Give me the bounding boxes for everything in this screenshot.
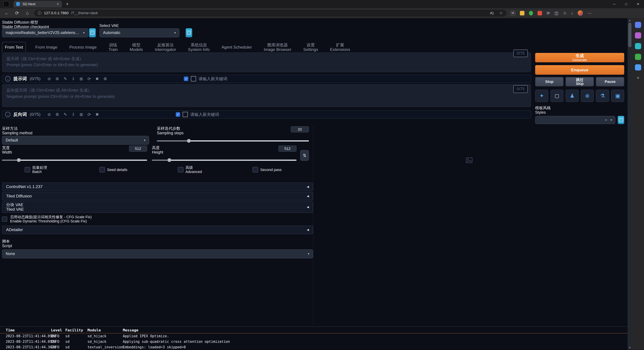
tab-from-text[interactable]: From Text <box>2 42 26 53</box>
pause-button[interactable]: Pause <box>596 77 624 86</box>
sidebar-app-5-icon[interactable] <box>635 64 641 70</box>
extension-yellow-icon[interactable] <box>520 11 524 15</box>
refresh-vae-button[interactable] <box>186 28 192 37</box>
prompt-input[interactable]: 提示词（按 Ctrl+Enter 或 Alt+Enter 生成） Prompt … <box>2 52 531 72</box>
frame-icon[interactable]: ▢ <box>550 90 564 102</box>
back-icon[interactable]: ← <box>2 10 12 16</box>
swap-dimensions-button[interactable]: ⇅ <box>300 150 309 161</box>
gear-icon[interactable]: ⚙ <box>55 76 59 81</box>
checkbox-icon[interactable] <box>25 167 30 173</box>
checkbox-icon[interactable] <box>178 167 183 173</box>
more-menu-icon[interactable]: ⋯ <box>588 11 592 15</box>
checkbox-icon[interactable] <box>252 167 258 173</box>
slider-handle[interactable] <box>187 139 191 143</box>
refresh-checkpoint-button[interactable] <box>89 28 96 37</box>
clear-icon[interactable]: × <box>605 118 607 122</box>
tab-extensions[interactable]: 扩展Extensions <box>328 42 352 53</box>
page-scrollbar[interactable]: ▲ ▼ <box>628 18 632 350</box>
favorites-bar-icon[interactable]: ☆ <box>563 11 566 15</box>
sync-icon[interactable]: ⟳ <box>546 11 550 15</box>
tab-from-image[interactable]: From Image <box>33 42 60 53</box>
width-slider[interactable] <box>2 160 147 161</box>
vae-select[interactable]: Automatic ▾ <box>100 28 180 37</box>
tab-close-icon[interactable]: × <box>57 2 59 6</box>
height-slider[interactable] <box>152 160 296 161</box>
tab-agent-scheduler[interactable]: Agent Scheduler <box>219 42 254 53</box>
tab-image-browser[interactable]: 图库浏览器Image Browser <box>261 42 294 53</box>
refresh-icon[interactable]: ⟳ <box>88 112 91 117</box>
accordion-controlnet[interactable]: ControlNet v1.1.237 ◀ <box>2 182 313 191</box>
clear-icon[interactable]: ✖ <box>96 112 99 117</box>
accordion-tiled-diffusion[interactable]: Tiled Diffusion ◀ <box>2 192 313 200</box>
extension-red-icon[interactable] <box>538 11 542 15</box>
generate-button[interactable]: 生成 Generate <box>535 53 624 62</box>
split-screen-icon[interactable]: ◫ <box>554 11 558 15</box>
edit-icon[interactable]: ✎ <box>64 112 67 117</box>
enqueue-button[interactable]: Enqueue <box>535 65 624 75</box>
scroll-down-icon[interactable]: ▼ <box>628 346 632 349</box>
maximize-icon[interactable]: □ <box>620 0 632 8</box>
sampling-steps-value[interactable]: 20 <box>291 126 309 133</box>
accordion-tiled-vae[interactable]: 分块 VAETiled VAE ◀ <box>2 201 313 213</box>
clear-icon[interactable]: ✖ <box>96 76 99 81</box>
close-icon[interactable]: ✕ <box>632 0 644 8</box>
slider-handle[interactable] <box>17 158 21 162</box>
adblock-shield-icon[interactable] <box>529 11 533 15</box>
keyword-box-icon[interactable] <box>183 112 188 117</box>
keyword-checkbox[interactable]: ✓ <box>184 77 188 81</box>
new-tab-button[interactable]: + <box>66 1 68 7</box>
circle-slash-icon[interactable]: ⊘ <box>48 76 51 81</box>
skip-button[interactable]: 跳过Skip <box>566 77 594 86</box>
tab-system-info[interactable]: 系统信息System Info <box>186 42 212 53</box>
checkbox-icon[interactable] <box>100 167 105 173</box>
globe-icon[interactable]: ⊕ <box>581 90 594 102</box>
height-value[interactable]: 512 <box>278 146 296 152</box>
profile-avatar[interactable] <box>578 10 583 16</box>
scrollbar-thumb[interactable] <box>628 23 632 47</box>
sidebar-add-icon[interactable]: + <box>636 75 640 81</box>
script-select[interactable]: None ▾ <box>2 249 313 258</box>
styles-select[interactable]: × ▾ <box>535 116 615 124</box>
batch-checkbox[interactable]: 批量处理Batch <box>25 166 47 174</box>
tab-interrogator[interactable]: 反推算法Interrogator <box>152 42 178 53</box>
avatar-icon[interactable]: ♟ <box>566 90 578 102</box>
second-pass-checkbox[interactable]: Second pass <box>252 166 282 174</box>
advanced-checkbox[interactable]: 高级Advanced <box>178 166 202 174</box>
read-aloud-icon[interactable]: A) <box>490 11 494 15</box>
seed-details-checkbox[interactable]: Seed details <box>100 166 128 174</box>
extension-ia-icon[interactable]: IA <box>510 11 515 15</box>
sampling-method-select[interactable]: Default ▾ <box>2 136 149 145</box>
sidebar-app-4-icon[interactable] <box>635 54 641 60</box>
refresh-icon[interactable]: ⟳ <box>12 10 22 16</box>
refresh-styles-button[interactable] <box>618 116 624 124</box>
checkbox-icon[interactable] <box>2 216 7 222</box>
accordion-adetailer[interactable]: ADetailer ◀ <box>2 226 313 234</box>
sidebar-app-3-icon[interactable] <box>635 43 641 49</box>
address-bar[interactable]: ⓘ 127.0.0.1:7860 /?__theme=dark A) ☆ <box>34 10 506 17</box>
tab-models[interactable]: 模型Models <box>127 42 146 53</box>
image-icon[interactable]: ▣ <box>611 90 624 102</box>
minimize-icon[interactable]: ─ <box>608 0 620 8</box>
width-value[interactable]: 512 <box>129 146 147 152</box>
edit-icon[interactable]: ✎ <box>64 76 67 81</box>
tab-train[interactable]: 训练Train <box>106 42 120 53</box>
home-icon[interactable]: ⌂ <box>22 10 32 16</box>
refresh-icon[interactable]: ⟳ <box>88 76 91 81</box>
slider-handle[interactable] <box>168 158 171 162</box>
site-info-icon[interactable]: ⓘ <box>38 10 42 15</box>
download-icon[interactable]: ⇩ <box>72 112 75 117</box>
grid-icon[interactable]: ⊞ <box>80 112 83 117</box>
keyword-box-icon[interactable] <box>191 76 196 81</box>
download-icon[interactable]: ⇩ <box>72 76 75 81</box>
keyword-placeholder[interactable]: 请输入新关键词 <box>198 76 227 82</box>
keyword-checkbox[interactable]: ✓ <box>176 112 180 117</box>
keyword-placeholder[interactable]: 请输入新关键词 <box>190 112 219 117</box>
sampling-steps-slider[interactable] <box>157 140 309 142</box>
scroll-up-icon[interactable]: ▲ <box>628 19 632 22</box>
stop-button[interactable]: Stop <box>535 77 564 86</box>
settings-icon[interactable]: ⚙ <box>104 76 107 81</box>
tab-process-image[interactable]: Process Image <box>67 42 99 53</box>
tab-settings[interactable]: 设置Settings <box>301 42 321 53</box>
downloads-icon[interactable]: ↓ <box>571 11 573 15</box>
sidebar-app-2-icon[interactable] <box>635 32 641 38</box>
